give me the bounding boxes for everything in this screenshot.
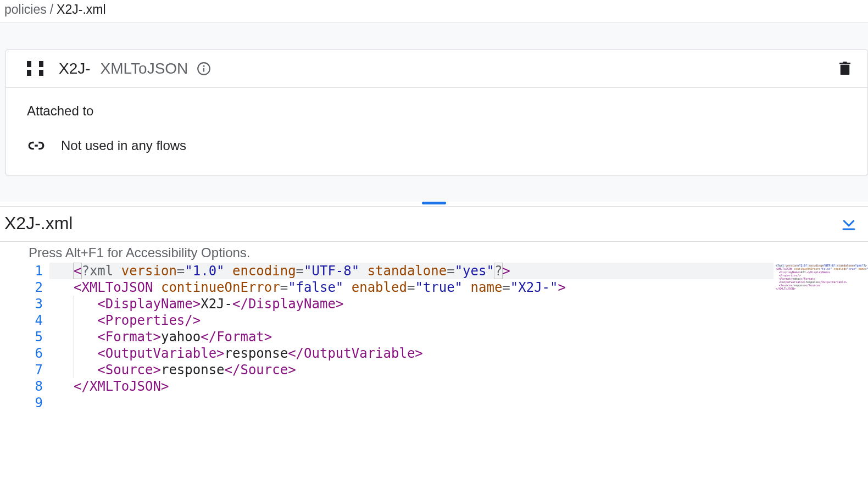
code-line[interactable]: 9 (0, 395, 868, 411)
line-number: 5 (0, 329, 49, 345)
policy-type-label: XMLToJSON (101, 60, 188, 77)
resize-handle-bar (0, 202, 868, 206)
resize-handle[interactable] (422, 202, 446, 204)
editor-filename: X2J-.xml (4, 213, 841, 234)
breadcrumb: policies / X2J-.xml (0, 0, 868, 23)
minimap[interactable]: <?xml version="1.0" encoding="UTF-8" sta… (774, 263, 868, 291)
line-number: 1 (0, 263, 49, 279)
line-number: 3 (0, 296, 49, 312)
policy-name: X2J- (59, 60, 91, 77)
breadcrumb-current: X2J-.xml (57, 2, 105, 17)
code-line[interactable]: 4 <Properties/> (0, 312, 868, 329)
breadcrumb-separator: / (50, 2, 53, 17)
editor-section: X2J-.xml Press Alt+F1 for Accessibility … (0, 206, 868, 411)
attached-status-row: Not used in any flows (27, 136, 847, 155)
code-line[interactable]: 8 </XMLToJSON> (0, 378, 868, 395)
collapse-icon[interactable] (841, 215, 857, 232)
attached-to-label: Attached to (27, 103, 847, 119)
accessibility-hint: Press Alt+F1 for Accessibility Options. (0, 241, 868, 263)
svg-rect-5 (843, 62, 847, 63)
attached-status-text: Not used in any flows (61, 138, 186, 153)
policy-summary-area: X2J- XMLToJSON Attached to (0, 23, 868, 202)
policy-body: Attached to Not used in any flows (6, 88, 867, 175)
policy-header: X2J- XMLToJSON (6, 50, 867, 88)
line-number: 4 (0, 312, 49, 329)
line-number: 8 (0, 378, 49, 395)
svg-rect-3 (841, 65, 850, 75)
delete-icon[interactable] (839, 62, 851, 76)
code-line[interactable]: 5 <Format>yahoo</Format> (0, 329, 868, 345)
link-icon (27, 136, 46, 155)
line-number: 9 (0, 395, 49, 411)
code-line[interactable]: 1 <?xml version="1.0" encoding="UTF-8" s… (0, 263, 868, 279)
code-line[interactable]: 7 <Source>response</Source> (0, 362, 868, 378)
policy-card: X2J- XMLToJSON Attached to (5, 49, 868, 175)
editor-title-row: X2J-.xml (0, 207, 868, 241)
line-number: 6 (0, 345, 49, 362)
code-line[interactable]: 2 <XMLToJSON continueOnError="false" ena… (0, 279, 868, 296)
svg-point-2 (204, 66, 204, 66)
code-editor[interactable]: 1 <?xml version="1.0" encoding="UTF-8" s… (0, 263, 868, 411)
line-number: 2 (0, 279, 49, 296)
line-number: 7 (0, 362, 49, 378)
policy-type-icon (27, 61, 42, 76)
code-line[interactable]: 6 <OutputVariable>response</OutputVariab… (0, 345, 868, 362)
breadcrumb-parent[interactable]: policies (4, 2, 47, 17)
info-icon[interactable] (197, 62, 211, 76)
code-line[interactable]: 3 <DisplayName>X2J-</DisplayName> (0, 296, 868, 312)
